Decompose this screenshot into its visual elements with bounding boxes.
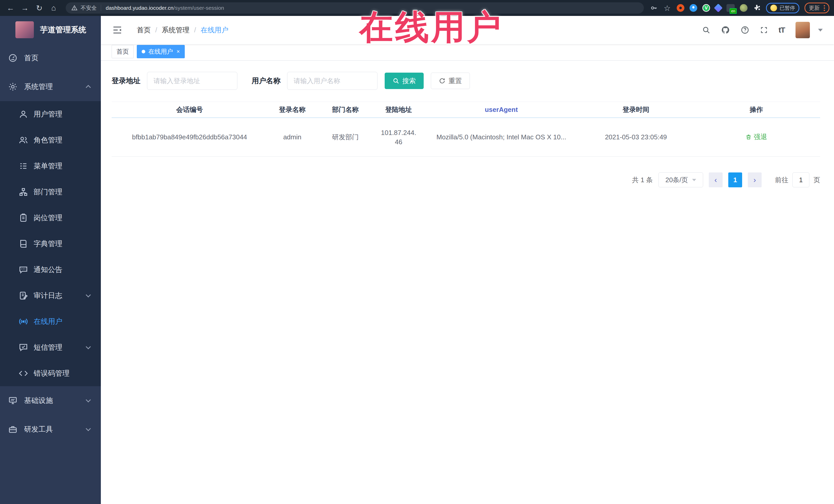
sidebar-item-label: 字典管理 <box>34 239 62 249</box>
search-button[interactable]: 搜索 <box>385 73 424 89</box>
sidebar-item-system[interactable]: 系统管理 <box>0 72 101 101</box>
extension-diamond-icon[interactable] <box>714 4 723 12</box>
force-logout-label: 强退 <box>754 132 767 141</box>
table-row: bfbb1ab79ba849e49fb26ddb56a73044 admin 研… <box>112 118 820 156</box>
security-label[interactable]: 不安全 <box>81 4 97 12</box>
page-size-value: 20条/页 <box>665 176 688 184</box>
sidebar-item-audit-log[interactable]: 审计日志 <box>0 283 101 308</box>
sidebar-item-label: 岗位管理 <box>34 213 62 223</box>
cell-login-name: admin <box>267 133 317 141</box>
column-header-login-name[interactable]: 登录名称 <box>267 105 317 114</box>
goto-page-input[interactable] <box>792 172 809 187</box>
help-icon[interactable] <box>741 26 749 35</box>
sidebar-item-menus[interactable]: 菜单管理 <box>0 153 101 179</box>
extensions-puzzle-icon[interactable] <box>753 4 761 12</box>
browser-back-icon[interactable]: ← <box>5 2 17 14</box>
sidebar-item-dev-tools[interactable]: 研发工具 <box>0 415 101 444</box>
prev-icon: ‹ <box>715 176 717 184</box>
extension-v-icon[interactable]: V <box>702 4 710 12</box>
tab-online-users[interactable]: 在线用户 × <box>137 45 185 58</box>
tab-close-icon[interactable]: × <box>177 49 180 54</box>
fullscreen-icon[interactable] <box>760 26 768 34</box>
tab-label: 在线用户 <box>148 47 173 56</box>
browser-menu-icon[interactable] <box>824 5 825 11</box>
sidebar-item-roles[interactable]: 角色管理 <box>0 127 101 153</box>
extension-feather-icon[interactable] <box>740 4 748 12</box>
browser-forward-icon[interactable]: → <box>19 2 31 14</box>
org-tree-icon <box>19 187 28 197</box>
extension-pin-icon[interactable] <box>689 4 697 12</box>
font-size-icon[interactable]: tT <box>778 26 785 35</box>
extension-ubuntu-icon[interactable] <box>677 4 684 12</box>
sidebar-collapse-icon[interactable] <box>112 25 123 35</box>
sidebar-item-label: 通知公告 <box>34 265 62 275</box>
pagination: 共 1 条 20条/页 ‹ 1 › 前往 <box>112 172 820 187</box>
tab-active-dot <box>142 50 145 53</box>
cell-dept: 研发部门 <box>317 133 374 141</box>
table-header-row: 会话编号 登录名称 部门名称 登陆地址 userAgent 登录时间 操作 <box>112 102 820 118</box>
profile-paused-pill[interactable]: 已暂停 <box>766 3 799 13</box>
breadcrumb-home[interactable]: 首页 <box>137 25 151 35</box>
app-title: 芋道管理系统 <box>40 25 86 35</box>
username-input[interactable] <box>287 72 377 90</box>
ip-line1: 101.87.244. <box>376 128 421 137</box>
next-icon: › <box>753 176 756 184</box>
reset-button[interactable]: 重置 <box>431 73 470 89</box>
address-bar[interactable]: 不安全 dashboard.yudao.iocoder.cn /system/u… <box>66 2 644 14</box>
not-secure-warning-icon <box>71 5 78 11</box>
sidebar-item-sms[interactable]: 短信管理 <box>0 334 101 360</box>
sidebar-item-label: 研发工具 <box>24 424 53 434</box>
trash-icon <box>745 134 752 140</box>
app-logo <box>15 21 34 38</box>
bookmark-star-icon[interactable]: ☆ <box>663 4 672 12</box>
sidebar: 芋道管理系统 首页 系统管理 用户管 <box>0 16 101 504</box>
browser-home-icon[interactable]: ⌂ <box>48 2 60 14</box>
sidebar-item-users[interactable]: 用户管理 <box>0 101 101 127</box>
current-page-button[interactable]: 1 <box>728 172 742 187</box>
page-size-select[interactable]: 20条/页 <box>658 172 703 187</box>
role-icon <box>19 135 28 145</box>
github-icon[interactable] <box>721 26 730 35</box>
login-address-input[interactable] <box>147 72 237 90</box>
tab-home[interactable]: 首页 <box>112 45 134 58</box>
column-header-actions[interactable]: 操作 <box>693 105 820 114</box>
sidebar-item-infrastructure[interactable]: 基础设施 <box>0 386 101 415</box>
code-icon <box>19 369 28 378</box>
sidebar-item-home[interactable]: 首页 <box>0 44 101 72</box>
sidebar-item-error-codes[interactable]: 错误码管理 <box>0 360 101 386</box>
sidebar-item-departments[interactable]: 部门管理 <box>0 179 101 205</box>
key-icon[interactable] <box>650 4 658 12</box>
search-button-icon <box>393 78 399 84</box>
sidebar-item-dict[interactable]: 字典管理 <box>0 231 101 257</box>
sidebar-item-label: 用户管理 <box>34 109 62 119</box>
emoji-face-icon <box>770 5 777 11</box>
update-label[interactable]: 更新 <box>809 4 820 12</box>
browser-update-pill[interactable]: 更新 <box>805 3 829 13</box>
column-header-session-id[interactable]: 会话编号 <box>112 105 267 114</box>
avatar-caret-icon[interactable] <box>818 29 823 31</box>
next-page-button[interactable]: › <box>748 172 762 187</box>
select-caret-icon <box>692 179 696 181</box>
force-logout-button[interactable]: 强退 <box>745 132 767 141</box>
column-header-user-agent[interactable]: userAgent <box>423 106 579 114</box>
chevron-down-icon <box>86 397 91 402</box>
prev-page-button[interactable]: ‹ <box>709 172 723 187</box>
sidebar-item-notice[interactable]: 通知公告 <box>0 257 101 283</box>
url-path[interactable]: /system/user-session <box>174 5 224 11</box>
column-header-login-time[interactable]: 登录时间 <box>579 105 693 114</box>
url-host[interactable]: dashboard.yudao.iocoder.cn <box>106 5 174 11</box>
annotation-overlay-text: 在线用户 <box>359 5 503 50</box>
avatar[interactable] <box>795 22 810 38</box>
sidebar-item-posts[interactable]: 岗位管理 <box>0 205 101 231</box>
column-header-dept[interactable]: 部门名称 <box>317 105 374 114</box>
sidebar-item-online-users[interactable]: 在线用户 <box>0 308 101 334</box>
search-button-label: 搜索 <box>402 76 416 85</box>
breadcrumb-system[interactable]: 系统管理 <box>162 25 190 35</box>
browser-reload-icon[interactable]: ↻ <box>34 2 45 14</box>
browser-extensions-area: ☆ V en 已暂停 更新 <box>650 3 829 13</box>
search-icon[interactable] <box>702 26 710 34</box>
column-header-ip[interactable]: 登陆地址 <box>374 105 423 114</box>
audit-icon <box>19 291 28 300</box>
extension-translate-icon[interactable]: en <box>726 4 735 12</box>
sidebar-item-label: 首页 <box>24 53 39 63</box>
